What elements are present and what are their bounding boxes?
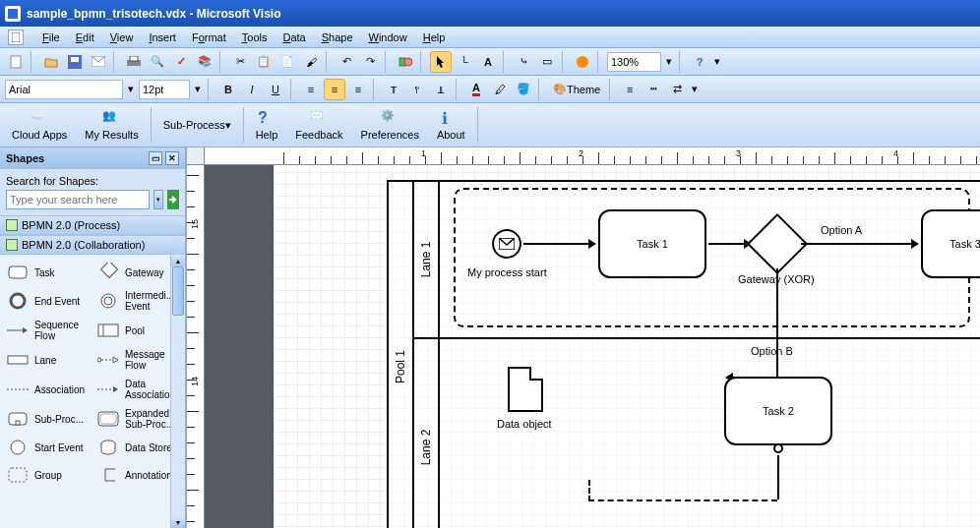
pointer-tool-button[interactable] xyxy=(430,51,452,73)
search-go-button[interactable] xyxy=(167,190,179,209)
bold-button[interactable]: B xyxy=(217,79,239,100)
font-name-select[interactable] xyxy=(5,80,123,99)
sequence-flow-opt-a[interactable] xyxy=(801,243,917,245)
boundary-event[interactable] xyxy=(773,443,783,453)
paste-button[interactable]: 📄 xyxy=(276,51,298,73)
line-color-button[interactable]: 🖊 xyxy=(489,79,511,100)
fill-button[interactable] xyxy=(572,51,593,73)
sub-process-button[interactable]: Sub-Process ▾ xyxy=(154,115,240,135)
svg-point-19 xyxy=(97,358,101,362)
print-button[interactable] xyxy=(123,51,145,73)
theme-button[interactable]: 🎨 Theme xyxy=(548,79,605,100)
search-dropdown[interactable]: ▾ xyxy=(153,190,163,209)
text-tool-button[interactable]: A xyxy=(477,51,499,73)
line-ends-button[interactable]: ⇄ xyxy=(666,79,688,100)
shape-item[interactable]: Group xyxy=(2,461,92,489)
preferences-button[interactable]: ⚙️Preferences xyxy=(352,105,428,145)
line-pattern-button[interactable]: ┅ xyxy=(643,79,664,100)
shapes-button[interactable] xyxy=(395,51,416,73)
shape-item[interactable]: Task xyxy=(2,259,92,286)
sequence-flow-1[interactable] xyxy=(523,243,594,245)
format-painter-button[interactable]: 🖌 xyxy=(300,51,322,73)
bpmn-task-3[interactable]: Task 3 xyxy=(921,209,980,278)
canvas[interactable]: Pool 1 Lane 1 Lane 2 My process start Ta… xyxy=(205,165,980,528)
shape-item[interactable]: Start Event xyxy=(2,434,92,461)
shape-item[interactable]: End Event xyxy=(2,286,92,316)
copy-button[interactable]: 📋 xyxy=(253,51,275,73)
menu-shape[interactable]: Shape xyxy=(315,29,360,45)
align-middle-button[interactable]: ⫯ xyxy=(406,79,428,100)
align-right-button[interactable]: ≡ xyxy=(347,79,369,100)
line-weight-button[interactable]: ≡ xyxy=(619,79,641,100)
panel-close-icon[interactable]: ✕ xyxy=(165,151,179,165)
italic-button[interactable]: I xyxy=(241,79,263,100)
shape-item[interactable]: Sequence Flow xyxy=(2,316,92,345)
bpmn-task-1[interactable]: Task 1 xyxy=(598,209,706,278)
connector-tool-button[interactable]: └ xyxy=(454,51,475,73)
shape-item[interactable]: Association xyxy=(2,375,92,404)
menu-help[interactable]: Help xyxy=(416,29,453,45)
cloud-apps-button[interactable]: ☁️Cloud Apps xyxy=(3,105,76,145)
zoom-select[interactable] xyxy=(607,52,661,72)
stencil-collaboration[interactable]: BPMN 2.0 (Collaboration) xyxy=(0,235,185,255)
message-flow-b-v[interactable] xyxy=(588,480,590,501)
menu-window[interactable]: Window xyxy=(362,29,414,45)
toolbar-overflow-2[interactable]: ▾ xyxy=(690,79,700,100)
print-preview-button[interactable]: 🔍 xyxy=(147,51,168,73)
flow-task2-down[interactable] xyxy=(777,455,779,499)
save-button[interactable] xyxy=(64,51,86,73)
menu-format[interactable]: Format xyxy=(185,29,233,45)
undo-button[interactable]: ↶ xyxy=(336,51,357,73)
menu-tools[interactable]: Tools xyxy=(235,29,275,45)
align-bottom-button[interactable]: ⫫ xyxy=(430,79,452,100)
menu-data[interactable]: Data xyxy=(276,29,312,45)
fill-color-button[interactable]: 🪣 xyxy=(513,79,534,100)
menu-file[interactable]: File xyxy=(35,29,67,45)
ribbon-help-button[interactable]: ?Help xyxy=(247,105,287,145)
menu-insert[interactable]: Insert xyxy=(142,29,183,45)
stencil-process[interactable]: BPMN 2.0 (Process) xyxy=(0,215,185,235)
align-center-button[interactable]: ≡ xyxy=(324,79,345,100)
feedback-button[interactable]: ✉️Feedback xyxy=(286,105,351,145)
rectangle-button[interactable]: ▭ xyxy=(536,51,558,73)
sequence-flow-opt-b-v[interactable] xyxy=(776,268,778,377)
canvas-area[interactable]: 12345 151413 Pool 1 Lane 1 Lane 2 xyxy=(187,147,980,528)
align-left-button[interactable]: ≡ xyxy=(300,79,322,100)
font-size-dropdown[interactable]: ▾ xyxy=(192,79,204,100)
bpmn-start-event[interactable] xyxy=(492,229,521,259)
email-button[interactable] xyxy=(88,51,109,73)
document-icon[interactable] xyxy=(8,29,24,45)
toolbar-overflow[interactable]: ▾ xyxy=(712,51,722,73)
shape-item[interactable]: Lane xyxy=(2,345,92,375)
bpmn-group[interactable] xyxy=(454,188,970,327)
scroll-up-icon[interactable]: ▲ xyxy=(171,255,185,266)
redo-button[interactable]: ↷ xyxy=(359,51,381,73)
bpmn-task-2[interactable]: Task 2 xyxy=(724,377,832,445)
font-name-dropdown[interactable]: ▾ xyxy=(125,79,137,100)
menu-view[interactable]: View xyxy=(103,29,141,45)
about-button[interactable]: ℹAbout xyxy=(428,105,474,145)
help-button[interactable]: ? xyxy=(689,51,710,73)
drawing-page[interactable]: Pool 1 Lane 1 Lane 2 My process start Ta… xyxy=(274,160,980,528)
message-flow-b[interactable] xyxy=(588,499,777,501)
scroll-down-icon[interactable]: ▼ xyxy=(171,516,185,528)
cut-button[interactable]: ✂ xyxy=(229,51,251,73)
search-input[interactable] xyxy=(6,190,150,209)
open-button[interactable] xyxy=(40,51,62,73)
shapes-scrollbar[interactable]: ▲ ▼ xyxy=(170,255,185,528)
scroll-thumb[interactable] xyxy=(172,266,184,316)
zoom-dropdown[interactable]: ▾ xyxy=(663,51,675,73)
spellcheck-button[interactable]: ✓ xyxy=(170,51,192,73)
underline-button[interactable]: U xyxy=(265,79,286,100)
bpmn-data-object[interactable] xyxy=(508,367,543,412)
panel-toggle-icon[interactable]: ▭ xyxy=(149,151,162,165)
new-button[interactable] xyxy=(5,51,27,73)
connector-button[interactable]: ⤷ xyxy=(513,51,534,73)
font-size-select[interactable] xyxy=(139,80,190,99)
menu-edit[interactable]: Edit xyxy=(69,29,101,45)
shape-item[interactable]: Sub-Proc... xyxy=(2,404,92,434)
align-top-button[interactable]: ⫪ xyxy=(383,79,404,100)
font-color-button[interactable]: A xyxy=(465,79,487,100)
my-results-button[interactable]: 👥My Results xyxy=(76,105,147,145)
research-button[interactable]: 📚 xyxy=(194,51,215,73)
